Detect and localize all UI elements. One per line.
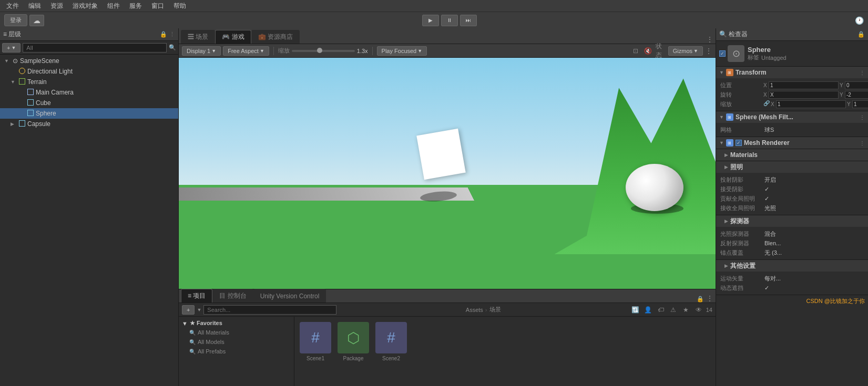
fav-item-materials[interactable]: 🔍 All Materials [182, 328, 291, 337]
play-focused-button[interactable]: Play Focused ▼ [377, 46, 427, 56]
hierarchy-item-main-camera[interactable]: Main Camera ⋮ [0, 87, 178, 98]
aspect-select-button[interactable]: Free Aspect ▼ [223, 46, 269, 56]
project-right-panel: # Scene1 ⬡ Package # [294, 317, 716, 386]
position-y-field: Y [840, 81, 868, 89]
menu-item-file[interactable]: 文件 [2, 1, 23, 12]
zoom-slider[interactable] [292, 50, 355, 52]
filter-icon[interactable]: 👤 [643, 305, 653, 315]
menu-item-help[interactable]: 帮助 [169, 1, 190, 12]
probes-name: 探测器 [730, 217, 865, 226]
panel-lock-icon[interactable]: 🔒 [695, 296, 706, 302]
mesh-filter-icon: ⊞ [726, 113, 733, 121]
transform-more-icon[interactable]: ⋮ [860, 70, 865, 76]
menu-item-edit[interactable]: 编辑 [24, 1, 45, 12]
position-y-input[interactable] [845, 81, 868, 89]
asset-item-1[interactable]: ⬡ Package [335, 320, 371, 383]
refresh-icon[interactable]: 🔃 [630, 305, 641, 315]
lighting-header[interactable]: ▶ 照明 [716, 161, 868, 173]
menu-item-component[interactable]: 组件 [103, 1, 124, 12]
additional-settings-body: 运动矢量 每对... 动态遮挡 ✓ [716, 272, 868, 295]
cube-icon [27, 99, 34, 107]
game-tab-label: 🎮 游戏 [222, 33, 244, 41]
eye-slash-icon[interactable]: 👁 [693, 305, 704, 315]
fav-item-models[interactable]: 🔍 All Models [182, 337, 291, 347]
asset-item-0[interactable]: # Scene1 [298, 320, 333, 383]
tab-scene[interactable]: ☰ 场景 [181, 30, 215, 44]
hierarchy-item-cube[interactable]: Cube ⋮ [0, 98, 178, 108]
materials-header[interactable]: ▶ Materials [716, 149, 868, 161]
rotation-y-input[interactable] [845, 91, 868, 99]
probes-header[interactable]: ▶ 探测器 [716, 215, 868, 227]
menu-item-assets[interactable]: 资源 [46, 1, 67, 12]
gizmos-button[interactable]: Gizmos ▼ [668, 46, 703, 56]
position-x-input[interactable] [769, 81, 839, 89]
scale-y-field: Y [847, 100, 868, 108]
tab-version-control-label: Unity Version Control [260, 293, 320, 300]
lock-icon[interactable]: 🔒 [160, 31, 167, 38]
login-button[interactable]: 登录 [4, 14, 27, 26]
tab-game[interactable]: 🎮 游戏 [215, 30, 251, 44]
add-asset-dropdown[interactable]: ▼ [197, 307, 201, 312]
hierarchy-scene-root[interactable]: ▼ ⊙ SampleScene ⋮ [0, 56, 178, 66]
tabs-more-icon[interactable]: ⋮ [706, 35, 713, 44]
hierarchy-search-input[interactable] [23, 43, 167, 53]
history-icon[interactable]: 🕐 [855, 16, 864, 25]
cast-shadow-row: 投射阴影 开启 [720, 175, 864, 184]
hierarchy-item-capsule[interactable]: ▶ Capsule ⋮ [0, 119, 178, 129]
motion-vector-row: 运动矢量 每对... [720, 274, 864, 283]
scale-label: 缩放 [720, 100, 762, 108]
breadcrumb-assets[interactable]: Assets [466, 307, 483, 313]
tab-version-control[interactable]: Unity Version Control [253, 289, 326, 302]
mesh-renderer-header[interactable]: ▼ ⊞ ✓ Mesh Renderer ⋮ [716, 137, 868, 149]
label-icon[interactable]: 🏷 [656, 305, 666, 315]
breadcrumb-scene[interactable]: 场景 [489, 306, 501, 314]
additional-settings-header[interactable]: ▶ 其他设置 [716, 260, 868, 272]
directional-light-icon [19, 68, 25, 76]
mesh-renderer-checkbox[interactable]: ✓ [736, 140, 742, 146]
hierarchy-header: ≡ 层级 🔒 ⋮ [0, 28, 178, 41]
component-transform-header[interactable]: ▼ ⊞ Transform ⋮ [716, 67, 868, 78]
tab-console[interactable]: 目 控制台 [212, 289, 253, 302]
mesh-filter-more-icon[interactable]: ⋮ [860, 114, 865, 120]
fav-item-prefabs[interactable]: 🔍 All Prefabs [182, 347, 291, 356]
bottom-toolbar: + ▼ Assets › 场景 🔃 👤 🏷 ⚠ ★ 👁 14 [179, 303, 716, 317]
bottom-tabs-more-icon[interactable]: ⋮ [706, 294, 713, 302]
scale-y-input[interactable] [852, 100, 868, 108]
object-active-checkbox[interactable]: ✓ [719, 50, 726, 57]
mute-icon[interactable]: 🔇 [643, 46, 653, 56]
mesh-renderer-more-icon[interactable]: ⋮ [860, 140, 865, 146]
rotation-x-input[interactable] [769, 91, 839, 99]
project-search-input[interactable] [203, 305, 336, 315]
mesh-filter-header[interactable]: ▼ ⊞ Sphere (Mesh Filt... ⋮ [716, 111, 868, 123]
add-asset-button[interactable]: + [182, 305, 195, 315]
play-button[interactable]: ▶ [422, 15, 439, 26]
inspector-header: 🔍 检查器 🔒 [716, 28, 868, 41]
cloud-button[interactable]: ☁ [29, 15, 44, 26]
game-toolbar-more-icon[interactable]: ⋮ [705, 47, 712, 55]
display-select-button[interactable]: Display 1 ▼ [182, 46, 221, 56]
hierarchy-item-directional-light[interactable]: Directional Light ⋮ [0, 66, 178, 77]
lighting-arrow: ▶ [724, 164, 728, 170]
inspector-lock-icon[interactable]: 🔒 [857, 31, 865, 38]
warning-icon[interactable]: ⚠ [668, 305, 679, 315]
star-icon[interactable]: ★ [681, 305, 691, 315]
menu-item-services[interactable]: 服务 [125, 1, 146, 12]
scale-x-input[interactable] [776, 100, 846, 108]
dynamic-occlusion-row: 动态遮挡 ✓ [720, 283, 864, 293]
tab-project[interactable]: ≡ 项目 [181, 289, 212, 302]
maximize-icon[interactable]: ⊡ [630, 46, 641, 56]
receive-gi-value: 光照 [764, 204, 864, 212]
menu-item-gameobject[interactable]: 游戏对象 [68, 1, 102, 12]
hierarchy-add-button[interactable]: + ▼ [2, 43, 21, 53]
hierarchy-item-terrain[interactable]: ▼ Terrain ⋮ [0, 77, 178, 87]
light-probe-label: 光照探测器 [720, 230, 762, 238]
menu-item-window[interactable]: 窗口 [147, 1, 168, 12]
tab-asset-store[interactable]: 💼 资源商店 [251, 30, 300, 44]
more-options-icon[interactable]: ⋮ [169, 31, 175, 38]
zoom-slider-thumb[interactable] [317, 48, 322, 53]
stats-label[interactable]: 状态 [656, 46, 666, 56]
asset-item-2[interactable]: # Scene2 [373, 320, 409, 383]
hierarchy-item-sphere[interactable]: Sphere ⋮ [0, 108, 178, 119]
step-button[interactable]: ⏭ [460, 15, 477, 26]
pause-button[interactable]: ⏸ [441, 15, 458, 26]
